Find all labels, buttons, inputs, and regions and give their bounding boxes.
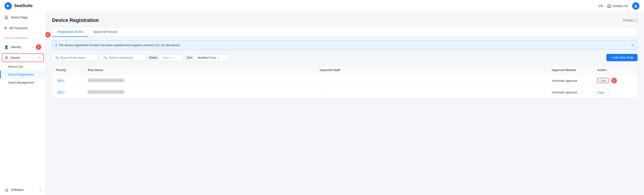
status-select-value: Select [162,56,171,59]
add-new-rule-button[interactable]: + Add New Rule [606,54,638,61]
common-functions-section-label: Common Functions [0,33,46,41]
info-banner-text: The device registration function has bee… [58,43,180,47]
identity-icon: 👤 [4,45,9,49]
row2-priority: 50 ∨ [56,90,88,95]
step-badge-3: 3 [612,78,617,83]
chevron-down-icon: ∨ [32,46,34,49]
search-rule-input[interactable] [60,56,95,59]
logo-icon[interactable] [4,2,12,10]
blurred-rule-name-2 [88,90,124,94]
row2-impacted-staff: - [320,91,552,94]
chevron-down-status-icon: ∨ [172,56,174,59]
copy-button-1[interactable]: Copy [597,78,609,83]
col-approval-method: Approval Method [552,68,597,72]
logo-area: SealSuite [4,2,32,10]
status-label: Status [149,56,158,59]
chevron-down-icon-software: ∨ [39,188,41,191]
main-layout: 🏠 Home Page ⊞ All Functions › Common Fun… [0,12,644,195]
logo-text: SealSuite [14,4,32,8]
page-header: Device Registration Priority ? [52,17,638,23]
sidebar-identity-label: Identity [11,45,29,49]
info-icon: ℹ [56,43,57,47]
sidebar-software-label: Software [11,188,37,191]
row2-action: Copy [597,91,634,94]
col-impacted-staff: Impacted Staff [320,68,552,72]
priority-badge-1[interactable]: 50 ∨ [56,78,66,83]
sidebar-item-home[interactable]: 🏠 Home Page [0,12,46,23]
tab-registration-rules[interactable]: Registration Rules [52,27,88,37]
sidebar-patch-management-label: Patch Management [8,81,34,84]
row1-rule-name [88,79,320,83]
sort-select[interactable]: Modified Time ∨ [194,54,228,61]
sidebar-item-software[interactable]: 📊 Software ∨ [0,184,46,195]
tab-approval-record[interactable]: Approval Record [88,27,122,37]
main-content: Device Registration Priority ? Registrat… [46,12,644,195]
sidebar-item-device[interactable]: 🖥 Device ∧ [2,53,44,62]
close-banner-button[interactable]: ✕ [631,43,634,47]
search-member-box[interactable]: 🔍 [100,54,146,61]
sidebar-device-registration-label: Device Registration [8,73,34,76]
sidebar-home-label: Home Page [11,16,41,19]
step-badge-1: 1 [36,44,41,50]
row1-priority: 50 ∨ [56,78,88,83]
sidebar-item-identity[interactable]: 👤 Identity ∨ 1 [0,41,46,53]
priority-text: Priority [623,19,633,22]
priority-label-area: Priority ? [623,19,638,22]
page-title: Device Registration [52,17,99,23]
chevron-down-priority2-icon: ∨ [62,91,64,94]
home-icon: 🏠 [4,15,9,20]
sort-label: Sort [186,56,192,59]
tabs-container: Registration Rules Approval Record [52,27,638,37]
search-rule-icon: 🔍 [55,56,59,59]
table-row: 50 ∨ - Automatic approval Copy [52,87,638,98]
row1-approval-method: Automatic approval [552,79,597,82]
sidebar-device-label: Device [10,56,36,60]
priority-help-icon[interactable]: ? [634,19,638,22]
row2-rule-name [88,90,320,94]
sidebar-item-device-registration[interactable]: Device Registration [0,71,46,79]
sidebar-item-all-functions[interactable]: ⊞ All Functions › [0,23,46,33]
lang-toggle[interactable]: CN [598,4,603,8]
grid-icon: ⊞ [4,26,7,30]
sidebar-item-patch-management[interactable]: Patch Management [0,79,46,87]
info-banner: ℹ The device registration function has b… [52,40,638,50]
row1-impacted-staff: - [320,79,552,82]
add-new-rule-label: + Add New Rule [610,56,634,59]
sidebar-item-device-list[interactable]: Device List [0,63,46,71]
chevron-right-icon: › [40,27,41,30]
priority-badge-2[interactable]: 50 ∨ [56,90,66,95]
row2-approval-method: Automatic approval [552,91,597,94]
software-icon: 📊 [4,187,9,192]
table-header: Priority Rule Name Impacted Staff Approv… [52,66,638,75]
sidebar-device-list-label: Device List [8,65,23,68]
headset-icon: 🎧 [607,4,611,8]
svg-point-1 [635,5,636,6]
table-row: 50 ∨ - Automatic approval Copy 3 [52,75,638,87]
chevron-up-icon: ∧ [39,56,41,59]
user-avatar[interactable] [632,2,640,10]
top-navigation: SealSuite CN 🎧 Contact Us [0,0,644,12]
search-member-icon: 🔍 [103,56,107,59]
status-group: Status Select ∨ [149,54,182,61]
search-member-input[interactable] [108,56,143,59]
sort-group: Sort Modified Time ∨ [186,54,228,61]
copy-button-2[interactable]: Copy [597,91,604,94]
tabs-bar: Registration Rules Approval Record [52,27,638,37]
col-priority: Priority [56,68,88,72]
chevron-down-priority-icon: ∨ [62,79,64,82]
step-badge-2: 2 [46,32,51,38]
search-rule-box[interactable]: 🔍 [52,54,98,61]
sidebar: 🏠 Home Page ⊞ All Functions › Common Fun… [0,12,46,195]
blurred-rule-name-1 [88,79,124,82]
sidebar-all-functions-label: All Functions [9,26,38,30]
rules-table: Priority Rule Name Impacted Staff Approv… [52,65,638,98]
contact-us-button[interactable]: 🎧 Contact Us [607,4,628,8]
row1-action: Copy 3 [597,78,634,83]
sort-select-value: Modified Time [198,56,216,59]
device-icon: 🖥 [4,56,8,60]
toolbar: 🔍 🔍 Status Select ∨ Sort Modified Time ∨ [52,54,638,61]
status-select[interactable]: Select ∨ [160,54,182,61]
chevron-down-sort-icon: ∨ [217,56,220,59]
svg-marker-0 [7,5,10,7]
col-rule-name: Rule Name [88,68,320,72]
